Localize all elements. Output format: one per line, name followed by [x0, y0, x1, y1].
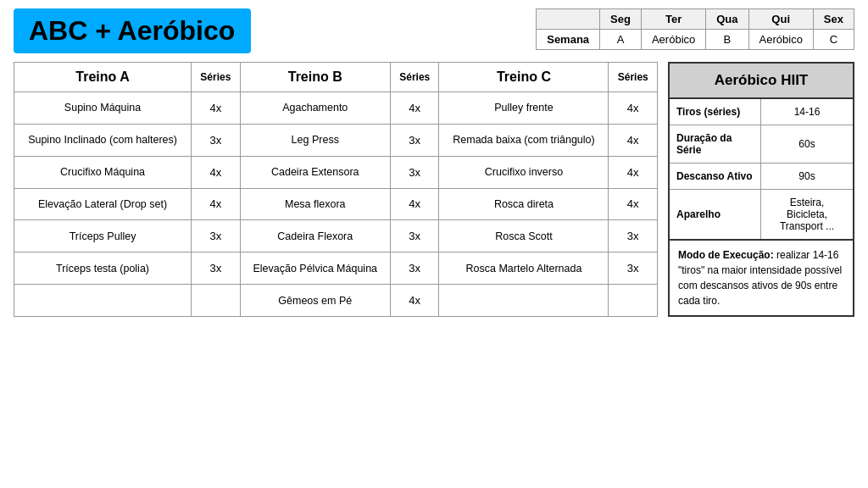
aerobico-label-2: Descanso Ativo	[670, 164, 761, 189]
schedule-row-label: Semana	[537, 30, 600, 50]
schedule-day-2: Ter	[641, 9, 705, 30]
workout-row: Gêmeos em Pé 4x	[14, 285, 658, 317]
treino-c-series: 4x	[609, 156, 658, 188]
treino-b-series: 3x	[390, 124, 439, 156]
schedule-day-5: Sex	[813, 9, 854, 30]
treino-a-series	[192, 285, 241, 317]
schedule-val-1: A	[600, 30, 642, 50]
aerobico-title: Aeróbico HIIT	[670, 64, 853, 99]
aerobico-value-2: 90s	[761, 164, 853, 189]
aerobico-row: Duração da Série 60s	[670, 125, 853, 164]
treino-b-header: Treino B	[240, 63, 390, 92]
treino-b-series: 3x	[390, 220, 439, 252]
treino-b-exercise: Mesa flexora	[240, 188, 390, 220]
aerobico-value-1: 60s	[761, 125, 853, 163]
treino-b-exercise: Gêmeos em Pé	[240, 285, 390, 317]
schedule-val-5: C	[813, 30, 854, 50]
treino-a-exercise: Crucifixo Máquina	[14, 156, 192, 188]
header-right: Seg Ter Qua Qui Sex Semana A Aeróbico B …	[268, 8, 854, 50]
treino-a-series: 3x	[192, 220, 241, 252]
treino-b-exercise: Cadeira Flexora	[240, 220, 390, 252]
treino-b-exercise: Cadeira Extensora	[240, 156, 390, 188]
treino-c-exercise: Rosca Martelo Alternada	[439, 252, 609, 285]
treino-c-header: Treino C	[439, 63, 609, 92]
aerobico-label-0: Tiros (séries)	[670, 99, 761, 125]
workout-row: Tríceps Pulley 3x Cadeira Flexora 3x Ros…	[14, 220, 658, 252]
title-box: ABC + Aeróbico	[14, 8, 251, 53]
treino-b-exercise: Elevação Pélvica Máquina	[240, 252, 390, 285]
treino-a-series: 4x	[192, 92, 241, 125]
schedule-table: Seg Ter Qua Qui Sex Semana A Aeróbico B …	[536, 8, 854, 50]
treino-c-series	[609, 285, 658, 317]
workout-row: Crucifixo Máquina 4x Cadeira Extensora 3…	[14, 156, 658, 188]
schedule-val-3: B	[706, 30, 748, 50]
schedule-empty-header	[537, 9, 600, 30]
treino-a-exercise: Tríceps Pulley	[14, 220, 192, 252]
workout-row: Elevação Lateral (Drop set) 4x Mesa flex…	[14, 188, 658, 220]
treino-c-exercise: Rosca direta	[439, 188, 609, 220]
treino-a-series: 3x	[192, 252, 241, 285]
schedule-day-1: Seg	[600, 9, 642, 30]
treino-a-series: 4x	[192, 188, 241, 220]
schedule-val-4: Aeróbico	[748, 30, 813, 50]
workout-tables: Treino A Séries Treino B Séries Treino C…	[14, 62, 658, 317]
treino-b-series: 3x	[390, 252, 439, 285]
aerobico-row: Descanso Ativo 90s	[670, 164, 853, 190]
treino-c-series: 4x	[609, 188, 658, 220]
aerobico-row: Aparelho Esteira, Bicicleta, Transport .…	[670, 190, 853, 241]
treino-a-series-header: Séries	[192, 63, 241, 92]
aerobico-row: Tiros (séries) 14-16	[670, 99, 853, 125]
aerobico-label-3: Aparelho	[670, 190, 761, 239]
treino-b-exercise: Agachamento	[240, 92, 390, 125]
treino-a-series: 4x	[192, 156, 241, 188]
treino-c-exercise: Rosca Scott	[439, 220, 609, 252]
treino-c-series: 4x	[609, 124, 658, 156]
treino-a-exercise	[14, 285, 192, 317]
treino-a-series: 3x	[192, 124, 241, 156]
treino-b-series: 4x	[390, 285, 439, 317]
treino-c-exercise: Pulley frente	[439, 92, 609, 125]
treino-a-exercise: Tríceps testa (polia)	[14, 252, 192, 285]
treino-a-header: Treino A	[14, 63, 192, 92]
schedule-val-2: Aeróbico	[641, 30, 705, 50]
treino-c-exercise: Crucifixo inverso	[439, 156, 609, 188]
page-title: ABC + Aeróbico	[29, 15, 236, 47]
treino-a-exercise: Supino Inclinado (com halteres)	[14, 124, 192, 156]
aerobico-note-bold: Modo de Execução:	[678, 249, 774, 261]
treino-a-exercise: Supino Máquina	[14, 92, 192, 125]
aerobico-value-3: Esteira, Bicicleta, Transport ...	[761, 190, 853, 239]
treino-c-exercise	[439, 285, 609, 317]
treino-c-series-header: Séries	[609, 63, 658, 92]
workout-row: Supino Inclinado (com halteres) 3x Leg P…	[14, 124, 658, 156]
aerobico-label-1: Duração da Série	[670, 125, 761, 163]
main-content: Treino A Séries Treino B Séries Treino C…	[14, 62, 854, 317]
schedule-day-4: Qui	[748, 9, 813, 30]
aerobico-note: Modo de Execução: realizar 14-16 "tiros"…	[670, 241, 853, 315]
treino-b-series: 3x	[390, 156, 439, 188]
treino-c-series: 3x	[609, 252, 658, 285]
aerobico-panel: Aeróbico HIIT Tiros (séries) 14-16 Duraç…	[668, 62, 854, 317]
treino-b-exercise: Leg Press	[240, 124, 390, 156]
schedule-day-3: Qua	[706, 9, 748, 30]
treino-a-exercise: Elevação Lateral (Drop set)	[14, 188, 192, 220]
workout-row: Tríceps testa (polia) 3x Elevação Pélvic…	[14, 252, 658, 285]
workout-row: Supino Máquina 4x Agachamento 4x Pulley …	[14, 92, 658, 125]
treino-b-series-header: Séries	[390, 63, 439, 92]
treino-c-series: 3x	[609, 220, 658, 252]
treino-c-series: 4x	[609, 92, 658, 125]
treino-b-series: 4x	[390, 188, 439, 220]
treino-c-exercise: Remada baixa (com triângulo)	[439, 124, 609, 156]
treino-b-series: 4x	[390, 92, 439, 125]
aerobico-value-0: 14-16	[761, 99, 853, 125]
header-area: ABC + Aeróbico Seg Ter Qua Qui Sex Seman…	[14, 8, 854, 53]
